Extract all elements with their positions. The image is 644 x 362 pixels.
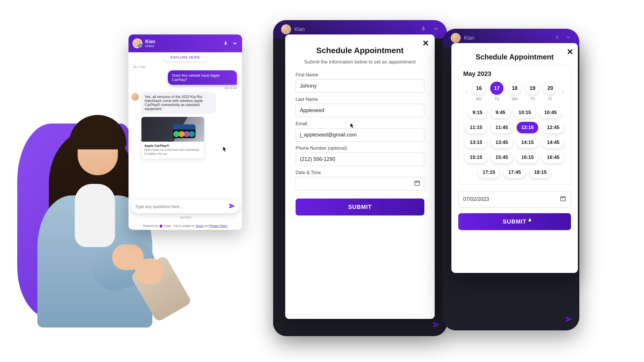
calendar-day[interactable]: 17Tu [490,82,503,101]
selected-date-value: 07/02/2023 [463,196,489,202]
send-icon[interactable] [566,316,572,325]
datetime-field[interactable] [296,177,424,190]
email-field[interactable] [296,128,424,142]
pointer-hand-icon [527,217,532,223]
send-icon[interactable] [433,321,440,330]
chat-body: EXPLORE MORE 08:17 AM Does this vehicle … [129,52,242,207]
bot-message: Yes, all versions of the 2023 Kia Rio Ha… [141,92,216,114]
first-name-field[interactable] [296,79,424,93]
time-slot[interactable]: 12:45 [542,122,564,133]
time-slot[interactable]: 16:15 [517,152,538,163]
agent-avatar [281,24,291,34]
time-slot[interactable]: 17:15 [478,167,500,178]
calendar-panel: May 2023 ‹ 16Mo17Tu18We19Th20Fr › 9:159:… [458,65,571,185]
modal-subtitle: Submit the information below to set an a… [301,59,419,66]
agent-name: Kian [464,35,474,41]
mic-icon[interactable] [421,26,426,33]
time-slot[interactable]: 13:15 [465,137,487,148]
agent-status: Online [145,44,220,48]
svg-rect-0 [415,181,420,186]
phone-field[interactable] [296,153,424,166]
send-icon[interactable] [229,203,235,210]
chat-header: Kian Online [129,34,242,52]
timestamp: 08:17 AM [133,66,239,69]
submit-button[interactable]: SUBMIT [458,213,571,230]
agent-avatar [133,38,142,48]
calendar-day-number: 16 [472,82,486,95]
calendar-day-number: 17 [490,82,503,95]
label-last-name: Last Name [296,97,424,102]
time-slot[interactable]: 17:45 [504,167,525,178]
selected-date-field[interactable]: 07/02/2023 [458,191,571,207]
close-icon[interactable]: ✕ [567,47,573,57]
calendar-next[interactable]: › [560,88,566,95]
time-slot[interactable]: 14:45 [542,137,564,148]
time-slot[interactable]: 18:15 [530,167,551,178]
time-slot[interactable]: 10:45 [540,107,561,118]
calendar-day[interactable]: 20Fr [544,82,557,101]
time-slot[interactable]: 12:15 [517,122,538,133]
time-slot[interactable]: 11:45 [491,122,513,133]
card-title: Apple CarPlay® [144,144,201,147]
agent-name: Kian [145,39,220,44]
calendar-day-label: We [512,97,518,101]
mic-icon[interactable] [223,40,229,47]
time-slot[interactable]: 15:15 [465,152,487,163]
time-slot[interactable]: 9:15 [468,107,487,118]
footer-text: and [204,224,210,228]
time-slot[interactable]: 11:15 [465,122,487,133]
time-slot[interactable]: 14:15 [517,137,538,148]
label-email: Email [296,121,424,126]
just-now-label: Just Now [129,216,242,219]
calendar-day-label: Th [530,97,535,101]
time-slot[interactable]: 16:45 [542,152,564,163]
time-slot[interactable]: 15:45 [491,152,513,163]
calendar-day-number: 18 [508,82,521,95]
label-phone: Phone Number (optional) [296,146,424,151]
submit-button[interactable]: SUBMIT [296,199,424,215]
time-slot[interactable]: 13:45 [491,137,513,148]
calendar-day-number: 19 [526,82,539,95]
footer-text: Powered by [143,224,159,228]
timestamp: 08:18 AM [131,86,237,90]
agent-avatar-small [131,93,139,101]
calendar-day[interactable]: 19Th [526,82,539,101]
label-first-name: First Name [296,72,424,78]
label-datetime: Date & Time [296,170,424,175]
user-message: Does this vehicle have Apple CarPlay? [168,70,237,85]
chevron-down-icon[interactable] [566,34,571,41]
calendar-day-label: Tu [494,97,499,101]
chat-input[interactable] [135,204,229,209]
time-slot[interactable]: 10:15 [514,107,536,118]
agent-avatar [451,33,461,43]
card-description: Helps keep you connected and entertained… [144,148,201,156]
schedule-form-modal: ✕ Schedule Appointment Submit the inform… [285,34,435,319]
last-name-field[interactable] [296,104,424,117]
chat-widget: Kian Online EXPLORE MORE 08:17 AM Does t… [129,34,242,230]
agent-name: Kian [294,26,305,32]
calendar-month: May 2023 [463,70,566,78]
calendar-day-label: Mo [476,97,482,101]
calendar-day-number: 20 [544,82,557,95]
privacy-link[interactable]: Privacy Policy [210,224,227,228]
mic-icon[interactable] [555,35,560,41]
calendar-day[interactable]: 16Mo [472,82,486,101]
content-card[interactable]: Apple CarPlay® Helps keep you connected … [141,117,204,159]
chat-input-bar [131,200,239,213]
calendar-prev[interactable]: ‹ [463,88,469,95]
chevron-down-icon[interactable] [433,26,439,33]
calendar-icon [560,195,566,203]
chevron-down-icon[interactable] [232,40,238,47]
time-slot[interactable]: 9:45 [491,107,510,118]
terms-link[interactable]: Terms [195,224,203,228]
chat-footer: Powered by Impel . Use to subject to Ter… [129,224,242,228]
svg-rect-1 [561,197,566,201]
card-image [141,117,204,142]
close-icon[interactable]: ✕ [422,38,429,48]
calendar-icon[interactable] [414,180,420,187]
calendar-day[interactable]: 18We [508,82,521,101]
submit-label: SUBMIT [503,218,527,225]
explore-more-chip[interactable]: EXPLORE MORE [163,53,207,61]
footer-brand: Impel [164,224,171,228]
schedule-calendar-modal: ✕ Schedule Appointment May 2023 ‹ 16Mo17… [451,43,578,273]
